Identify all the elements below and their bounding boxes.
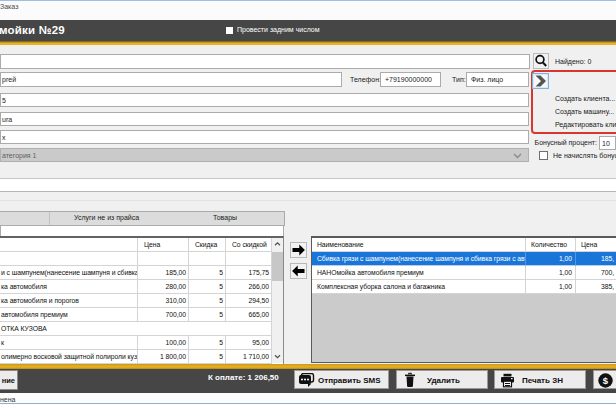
svg-text:$: $ (603, 375, 609, 386)
